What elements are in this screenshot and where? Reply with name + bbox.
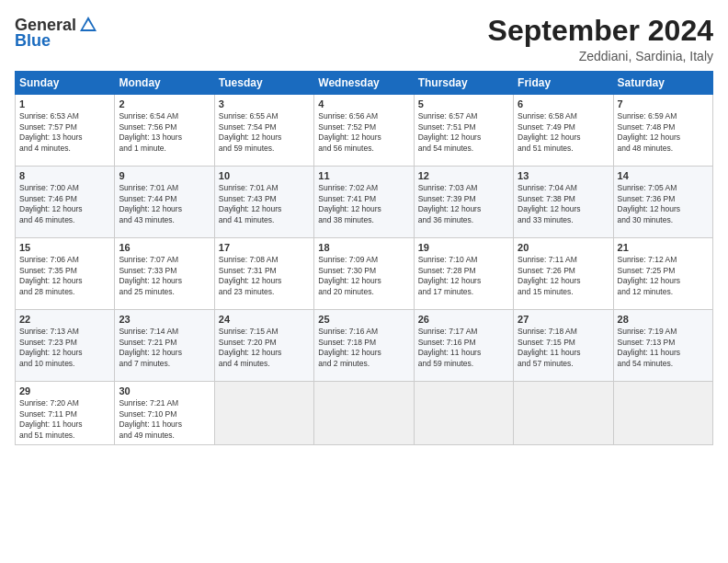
calendar-cell: 25Sunrise: 7:16 AM Sunset: 7:18 PM Dayli… [314,310,414,382]
day-number: 11 [318,170,409,181]
logo: General Blue [15,15,98,51]
month-title: September 2024 [488,15,713,47]
week-row-4: 29Sunrise: 7:20 AM Sunset: 7:11 PM Dayli… [16,382,713,445]
calendar-cell [514,382,613,445]
week-row-0: 1Sunrise: 6:53 AM Sunset: 7:57 PM Daylig… [16,95,713,167]
calendar-header-row: SundayMondayTuesdayWednesdayThursdayFrid… [16,72,713,95]
cell-info: Sunrise: 7:20 AM Sunset: 7:11 PM Dayligh… [19,398,110,441]
title-section: September 2024 Zeddiani, Sardinia, Italy [488,15,713,63]
calendar-cell: 13Sunrise: 7:04 AM Sunset: 7:38 PM Dayli… [514,167,613,238]
calendar-cell: 15Sunrise: 7:06 AM Sunset: 7:35 PM Dayli… [16,238,115,310]
day-number: 9 [119,170,210,181]
day-number: 2 [119,98,210,109]
col-header-monday: Monday [115,72,214,95]
calendar-cell: 6Sunrise: 6:58 AM Sunset: 7:49 PM Daylig… [514,95,613,167]
col-header-tuesday: Tuesday [214,72,313,95]
cell-info: Sunrise: 7:07 AM Sunset: 7:33 PM Dayligh… [119,255,210,297]
day-number: 23 [119,314,210,325]
calendar-cell: 14Sunrise: 7:05 AM Sunset: 7:36 PM Dayli… [613,167,712,238]
day-number: 26 [418,314,509,325]
cell-info: Sunrise: 7:10 AM Sunset: 7:28 PM Dayligh… [418,255,509,297]
calendar-cell: 20Sunrise: 7:11 AM Sunset: 7:26 PM Dayli… [514,238,613,310]
day-number: 6 [518,98,609,109]
day-number: 13 [518,170,609,181]
col-header-saturday: Saturday [613,72,712,95]
day-number: 27 [518,314,609,325]
col-header-sunday: Sunday [16,72,115,95]
cell-info: Sunrise: 7:04 AM Sunset: 7:38 PM Dayligh… [518,183,609,225]
day-number: 25 [318,314,409,325]
calendar-cell: 8Sunrise: 7:00 AM Sunset: 7:46 PM Daylig… [16,167,115,238]
col-header-friday: Friday [514,72,613,95]
calendar-cell: 21Sunrise: 7:12 AM Sunset: 7:25 PM Dayli… [613,238,712,310]
day-number: 28 [618,314,709,325]
calendar-cell: 22Sunrise: 7:13 AM Sunset: 7:23 PM Dayli… [16,310,115,382]
week-row-1: 8Sunrise: 7:00 AM Sunset: 7:46 PM Daylig… [16,167,713,238]
day-number: 17 [219,242,310,253]
cell-info: Sunrise: 7:03 AM Sunset: 7:39 PM Dayligh… [418,183,509,225]
calendar-cell: 12Sunrise: 7:03 AM Sunset: 7:39 PM Dayli… [414,167,513,238]
calendar-cell: 9Sunrise: 7:01 AM Sunset: 7:44 PM Daylig… [115,167,214,238]
day-number: 21 [618,242,709,253]
day-number: 8 [19,170,110,181]
cell-info: Sunrise: 7:18 AM Sunset: 7:15 PM Dayligh… [518,327,609,369]
cell-info: Sunrise: 7:17 AM Sunset: 7:16 PM Dayligh… [418,327,509,369]
header: General Blue September 2024 Zeddiani, Sa… [15,15,713,63]
cell-info: Sunrise: 7:21 AM Sunset: 7:10 PM Dayligh… [119,398,210,441]
calendar-cell: 2Sunrise: 6:54 AM Sunset: 7:56 PM Daylig… [115,95,214,167]
cell-info: Sunrise: 7:08 AM Sunset: 7:31 PM Dayligh… [219,255,310,297]
calendar-cell [613,382,712,445]
cell-info: Sunrise: 7:05 AM Sunset: 7:36 PM Dayligh… [618,183,709,225]
calendar-cell: 23Sunrise: 7:14 AM Sunset: 7:21 PM Dayli… [115,310,214,382]
cell-info: Sunrise: 7:09 AM Sunset: 7:30 PM Dayligh… [318,255,409,297]
calendar-table: SundayMondayTuesdayWednesdayThursdayFrid… [15,71,713,445]
day-number: 7 [618,98,709,109]
day-number: 24 [219,314,310,325]
logo-icon [78,15,98,35]
day-number: 14 [618,170,709,181]
cell-info: Sunrise: 6:56 AM Sunset: 7:52 PM Dayligh… [318,111,409,154]
day-number: 16 [119,242,210,253]
calendar-page: General Blue September 2024 Zeddiani, Sa… [0,0,728,563]
calendar-cell: 24Sunrise: 7:15 AM Sunset: 7:20 PM Dayli… [214,310,313,382]
day-number: 29 [19,385,110,396]
calendar-cell: 17Sunrise: 7:08 AM Sunset: 7:31 PM Dayli… [214,238,313,310]
cell-info: Sunrise: 7:19 AM Sunset: 7:13 PM Dayligh… [618,327,709,369]
calendar-cell: 29Sunrise: 7:20 AM Sunset: 7:11 PM Dayli… [16,382,115,445]
cell-info: Sunrise: 6:55 AM Sunset: 7:54 PM Dayligh… [219,111,310,154]
logo-blue-text: Blue [15,31,51,51]
day-number: 10 [219,170,310,181]
day-number: 3 [219,98,310,109]
col-header-wednesday: Wednesday [314,72,414,95]
cell-info: Sunrise: 7:02 AM Sunset: 7:41 PM Dayligh… [318,183,409,225]
week-row-3: 22Sunrise: 7:13 AM Sunset: 7:23 PM Dayli… [16,310,713,382]
day-number: 5 [418,98,509,109]
calendar-cell: 3Sunrise: 6:55 AM Sunset: 7:54 PM Daylig… [214,95,313,167]
cell-info: Sunrise: 6:53 AM Sunset: 7:57 PM Dayligh… [19,111,110,154]
day-number: 20 [518,242,609,253]
cell-info: Sunrise: 6:57 AM Sunset: 7:51 PM Dayligh… [418,111,509,154]
cell-info: Sunrise: 6:59 AM Sunset: 7:48 PM Dayligh… [618,111,709,154]
cell-info: Sunrise: 7:12 AM Sunset: 7:25 PM Dayligh… [618,255,709,297]
week-row-2: 15Sunrise: 7:06 AM Sunset: 7:35 PM Dayli… [16,238,713,310]
day-number: 22 [19,314,110,325]
cell-info: Sunrise: 6:58 AM Sunset: 7:49 PM Dayligh… [518,111,609,154]
cell-info: Sunrise: 7:13 AM Sunset: 7:23 PM Dayligh… [19,327,110,369]
day-number: 30 [119,385,210,396]
calendar-cell [214,382,313,445]
day-number: 19 [418,242,509,253]
calendar-cell: 26Sunrise: 7:17 AM Sunset: 7:16 PM Dayli… [414,310,513,382]
cell-info: Sunrise: 7:16 AM Sunset: 7:18 PM Dayligh… [318,327,409,369]
calendar-cell: 27Sunrise: 7:18 AM Sunset: 7:15 PM Dayli… [514,310,613,382]
calendar-cell [314,382,414,445]
calendar-cell: 30Sunrise: 7:21 AM Sunset: 7:10 PM Dayli… [115,382,214,445]
cell-info: Sunrise: 7:15 AM Sunset: 7:20 PM Dayligh… [219,327,310,369]
calendar-cell: 16Sunrise: 7:07 AM Sunset: 7:33 PM Dayli… [115,238,214,310]
cell-info: Sunrise: 7:01 AM Sunset: 7:44 PM Dayligh… [119,183,210,225]
calendar-cell: 5Sunrise: 6:57 AM Sunset: 7:51 PM Daylig… [414,95,513,167]
day-number: 12 [418,170,509,181]
calendar-cell: 4Sunrise: 6:56 AM Sunset: 7:52 PM Daylig… [314,95,414,167]
location: Zeddiani, Sardinia, Italy [488,49,713,63]
cell-info: Sunrise: 7:00 AM Sunset: 7:46 PM Dayligh… [19,183,110,225]
cell-info: Sunrise: 7:14 AM Sunset: 7:21 PM Dayligh… [119,327,210,369]
